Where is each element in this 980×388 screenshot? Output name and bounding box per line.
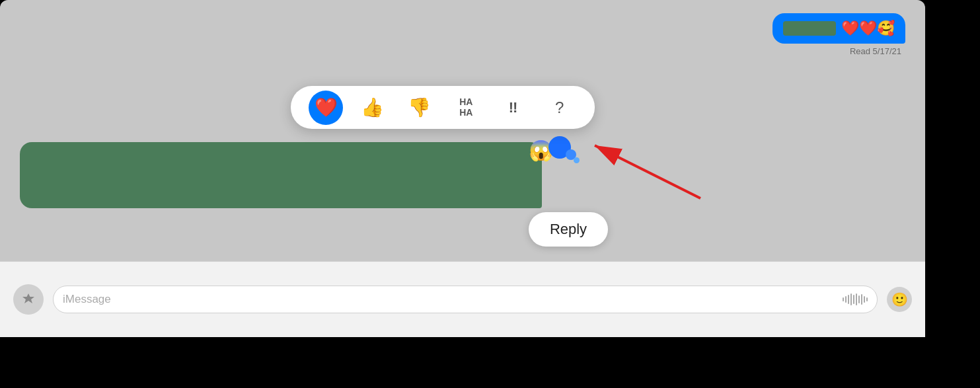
heart-icon: ❤️ [315, 97, 338, 118]
bottom-bar: iMessage 🙂 [0, 261, 925, 337]
emphasis-icon: !! [509, 99, 517, 116]
thumbsup-icon: 👍 [361, 97, 384, 118]
audio-waveform-icon [843, 293, 868, 306]
question-icon: ? [555, 98, 564, 117]
read-label: Read 5/17/21 [850, 46, 901, 56]
reaction-thumbsdown-button[interactable]: 👎 [402, 91, 437, 125]
haha-icon: HAHA [459, 97, 472, 118]
reply-button[interactable]: Reply [529, 212, 608, 247]
received-message-bubble[interactable] [20, 142, 542, 208]
sent-message-area: ❤️❤️🥰 Read 5/17/21 [773, 13, 905, 56]
screen: ❤️❤️🥰 Read 5/17/21 😱 [0, 0, 980, 388]
imessage-input-placeholder[interactable]: iMessage [63, 293, 836, 306]
sent-bubble: ❤️❤️🥰 [773, 13, 905, 44]
thumbsdown-icon: 👎 [408, 97, 431, 118]
reply-button-label: Reply [550, 221, 587, 238]
emoji-button[interactable]: 🙂 [887, 287, 912, 312]
sent-bubble-emojis: ❤️❤️🥰 [841, 20, 895, 37]
reaction-heart-button[interactable]: ❤️ [309, 91, 343, 125]
red-arrow-annotation [575, 132, 707, 214]
imessage-input-container[interactable]: iMessage [53, 286, 878, 313]
reaction-emphasis-button[interactable]: !! [496, 91, 530, 125]
reaction-haha-button[interactable]: HAHA [449, 91, 483, 125]
reaction-question-button[interactable]: ? [543, 91, 577, 125]
app-store-button[interactable] [13, 284, 44, 315]
reaction-thumbsup-button[interactable]: 👍 [356, 91, 390, 125]
emoji-face-icon: 🙂 [891, 291, 908, 307]
svg-line-1 [595, 145, 700, 198]
reaction-popup: ❤️ 👍 👎 HAHA !! ? [291, 86, 595, 129]
sent-bubble-image [783, 21, 836, 36]
